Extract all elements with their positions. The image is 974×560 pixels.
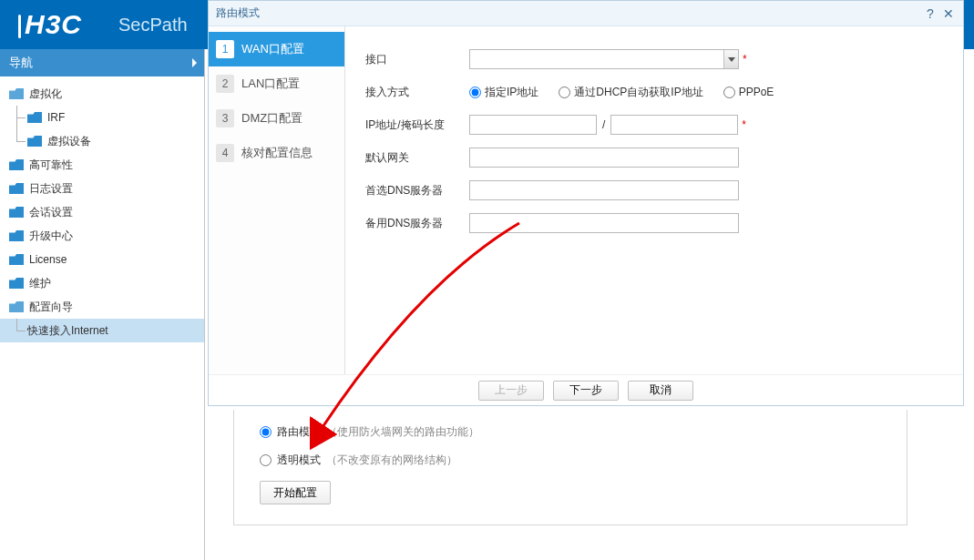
- folder-open-icon: [9, 301, 24, 312]
- tree-label: 配置向导: [29, 300, 73, 315]
- folder-icon: [9, 159, 24, 170]
- gateway-input[interactable]: [469, 148, 739, 168]
- access-pppoe-radio[interactable]: [723, 87, 735, 98]
- tree-item-upgrade[interactable]: 升级中心: [0, 224, 204, 248]
- access-dhcp-radio[interactable]: [559, 87, 570, 98]
- transparent-mode-radio[interactable]: [260, 454, 272, 466]
- tree-label: 高可靠性: [29, 158, 73, 173]
- next-button[interactable]: 下一步: [553, 381, 619, 401]
- interface-select[interactable]: [469, 49, 739, 69]
- close-icon[interactable]: ✕: [941, 6, 956, 21]
- tree-label: 维护: [29, 276, 51, 291]
- folder-icon: [9, 278, 24, 289]
- tree-item-log[interactable]: 日志设置: [0, 177, 204, 200]
- dns1-input[interactable]: [469, 180, 739, 200]
- step-label: DMZ口配置: [241, 110, 302, 127]
- chevron-right-icon: [192, 58, 197, 67]
- tree-item-irf[interactable]: IRF: [0, 106, 204, 129]
- step-number: 2: [216, 75, 234, 93]
- ip-address-input[interactable]: [469, 115, 597, 135]
- logo-text: H3C: [25, 9, 82, 39]
- tree-label: 虚拟化: [29, 87, 62, 102]
- folder-open-icon: [9, 88, 24, 99]
- start-config-button[interactable]: 开始配置: [260, 481, 331, 504]
- product-name: SecPath: [118, 15, 188, 36]
- dialog-title-text: 路由模式: [216, 5, 260, 21]
- step-review[interactable]: 4核对配置信息: [209, 136, 344, 170]
- access-pppoe-label: PPPoE: [739, 86, 774, 98]
- tree-label: 虚拟设备: [47, 134, 91, 149]
- access-pppoe-option[interactable]: PPPoE: [723, 86, 774, 98]
- route-mode-row[interactable]: 路由模式 （使用防火墙网关的路由功能）: [260, 424, 881, 440]
- dialog-footer: 上一步 下一步 取消: [209, 374, 963, 405]
- route-mode-radio[interactable]: [260, 426, 272, 438]
- tree-item-virtual-device[interactable]: 虚拟设备: [0, 129, 204, 153]
- tree-label: 快速接入Internet: [27, 323, 108, 339]
- nav-header[interactable]: 导航: [0, 49, 204, 76]
- route-mode-desc: （使用防火墙网关的路由功能）: [326, 424, 479, 440]
- folder-icon: [27, 136, 42, 147]
- tree-item-maintain[interactable]: 维护: [0, 271, 204, 295]
- step-label: WAN口配置: [241, 41, 304, 57]
- dns2-input[interactable]: [469, 213, 739, 233]
- prev-button[interactable]: 上一步: [478, 381, 544, 401]
- slash-separator: /: [602, 118, 605, 131]
- transparent-mode-row[interactable]: 透明模式 （不改变原有的网络结构）: [260, 453, 881, 468]
- nav-title: 导航: [9, 55, 33, 71]
- tree-item-config-wizard[interactable]: 配置向导: [0, 295, 204, 319]
- route-mode-label: 路由模式: [277, 424, 321, 440]
- wizard-steps: 1WAN口配置 2LAN口配置 3DMZ口配置 4核对配置信息: [209, 26, 345, 374]
- mode-panel: 路由模式 （使用防火墙网关的路由功能） 透明模式 （不改变原有的网络结构） 开始…: [233, 410, 907, 525]
- tree-label: 日志设置: [29, 181, 73, 197]
- dns1-label: 首选DNS服务器: [365, 183, 469, 199]
- nav-tree: 虚拟化 IRF 虚拟设备 高可靠性 日志设置 会话设置 升级中心 License…: [0, 76, 204, 342]
- required-star: *: [742, 118, 746, 131]
- dns2-label: 备用DNS服务器: [365, 216, 469, 231]
- step-dmz[interactable]: 3DMZ口配置: [209, 101, 344, 136]
- wan-form: 接口 * 接入方式 指定IP地址 通过DHCP自动获取IP地址 PPPoE IP…: [345, 26, 963, 374]
- access-static-option[interactable]: 指定IP地址: [469, 85, 538, 100]
- folder-icon: [27, 112, 42, 123]
- cancel-button[interactable]: 取消: [628, 381, 693, 401]
- interface-label: 接口: [365, 52, 469, 67]
- access-dhcp-label: 通过DHCP自动获取IP地址: [574, 85, 702, 100]
- tree-label: 会话设置: [29, 205, 73, 220]
- tree-label: License: [29, 253, 67, 266]
- step-label: 核对配置信息: [241, 145, 313, 161]
- step-wan[interactable]: 1WAN口配置: [209, 32, 344, 66]
- tree-label: 升级中心: [29, 229, 73, 244]
- ip-label: IP地址/掩码长度: [365, 117, 469, 133]
- transparent-mode-label: 透明模式: [277, 453, 321, 468]
- folder-icon: [9, 254, 24, 265]
- tree-label: IRF: [47, 111, 65, 124]
- folder-icon: [9, 230, 24, 241]
- access-static-label: 指定IP地址: [485, 85, 538, 100]
- gateway-label: 默认网关: [365, 150, 469, 166]
- access-label: 接入方式: [365, 85, 469, 100]
- tree-item-session[interactable]: 会话设置: [0, 200, 204, 224]
- step-lan[interactable]: 2LAN口配置: [209, 66, 344, 101]
- logo: H3C: [18, 9, 82, 40]
- tree-item-ha[interactable]: 高可靠性: [0, 153, 204, 177]
- transparent-mode-desc: （不改变原有的网络结构）: [326, 453, 457, 468]
- dialog-titlebar: 路由模式 ? ✕: [209, 1, 963, 26]
- access-static-radio[interactable]: [469, 87, 481, 98]
- route-mode-dialog: 路由模式 ? ✕ 1WAN口配置 2LAN口配置 3DMZ口配置 4核对配置信息…: [208, 0, 964, 406]
- required-star: *: [743, 53, 747, 66]
- help-icon[interactable]: ?: [923, 6, 938, 21]
- tree-item-license[interactable]: License: [0, 248, 204, 271]
- folder-icon: [9, 207, 24, 218]
- tree-item-quick-internet[interactable]: 快速接入Internet: [0, 319, 204, 342]
- folder-icon: [9, 183, 24, 194]
- step-number: 1: [216, 40, 234, 58]
- sidebar: 导航 虚拟化 IRF 虚拟设备 高可靠性 日志设置 会话设置 升级中心 Lice…: [0, 49, 205, 560]
- mask-input[interactable]: [610, 115, 738, 135]
- step-number: 3: [216, 109, 234, 127]
- access-dhcp-option[interactable]: 通过DHCP自动获取IP地址: [559, 85, 702, 100]
- tree-item-virtualization[interactable]: 虚拟化: [0, 82, 204, 106]
- chevron-down-icon: [723, 50, 738, 68]
- step-number: 4: [216, 144, 234, 162]
- step-label: LAN口配置: [241, 76, 300, 92]
